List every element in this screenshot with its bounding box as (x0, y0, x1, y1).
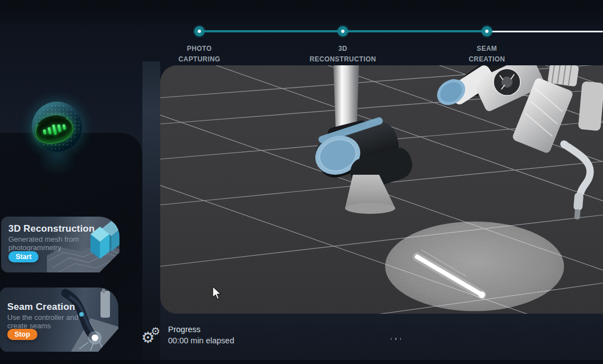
card-3d-reconstruction: 3D Reconstruction Generated mesh from ph… (1, 217, 119, 272)
gear-icon: ⚙ (151, 325, 160, 337)
start-button[interactable]: Start (8, 251, 39, 262)
sidebar-edge-gradient (142, 61, 160, 364)
robot-orb-avatar (32, 102, 82, 152)
step-label-line2: CAPTURING (149, 54, 250, 65)
step-label-line2: CREATION (437, 54, 537, 65)
ellipsis-icon[interactable] (387, 335, 404, 343)
robot-scene-canvas (160, 65, 603, 314)
step-label: PHOTO CAPTURING (149, 44, 250, 65)
gears-icon: ⚙ ⚙ (141, 325, 164, 345)
scanned-mesh-disc (385, 222, 564, 311)
step-label-line1: PHOTO (149, 44, 250, 54)
step-dot-icon (482, 26, 492, 36)
card-seam-creation: Seam Creation Use the controller and cre… (0, 288, 118, 352)
progress-elapsed-time: 00:00 min elapsed (168, 336, 234, 345)
3d-viewport[interactable]: ⚙ (160, 65, 603, 314)
bottom-shade (0, 360, 603, 364)
top-band (0, 0, 603, 26)
card-title: 3D Reconstruction (8, 223, 95, 234)
step-label: SEAM CREATION (437, 44, 537, 65)
step-dot-icon (194, 26, 204, 36)
step-label: 3D RECONSTRUCTION (293, 44, 393, 65)
progress-title: Progress (168, 325, 200, 334)
card-title: Seam Creation (7, 301, 75, 313)
robot-arm (310, 65, 416, 214)
step-label-line2: RECONSTRUCTION (293, 54, 393, 65)
step-label-line1: SEAM (437, 44, 537, 54)
step-label-line1: 3D (293, 44, 393, 54)
card-description: Generated mesh from photogrammetry (8, 235, 93, 252)
app-window: PHOTO CAPTURING 3D RECONSTRUCTION SEAM C… (0, 0, 603, 364)
welding-torch-assembly (432, 65, 603, 220)
step-dot-icon (338, 26, 348, 36)
orb-reflection (36, 153, 78, 176)
card-description: Use the controller and create seams (7, 313, 92, 330)
stepper-upcoming-line (487, 31, 603, 32)
stop-button[interactable]: Stop (7, 329, 37, 340)
